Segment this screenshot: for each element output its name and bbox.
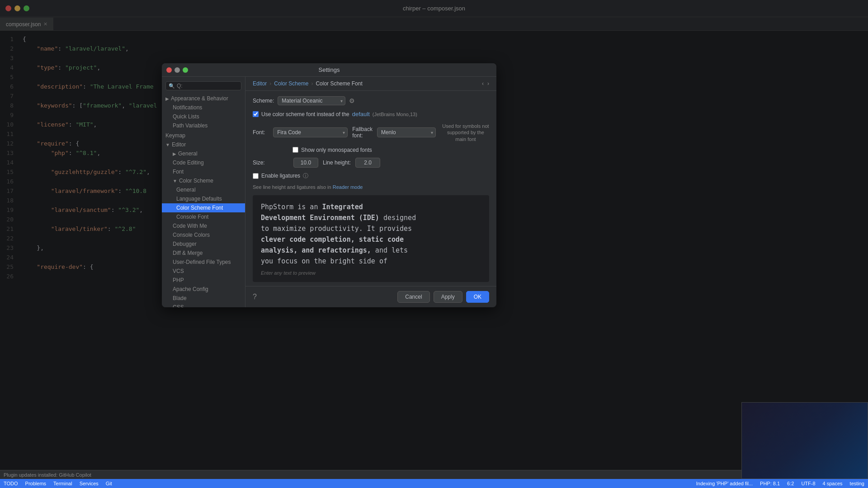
sidebar-item-user-defined-file-types[interactable]: User-Defined File Types	[162, 258, 245, 267]
sidebar-section-appearance: Appearance & Behavior Notifications Quic…	[162, 93, 245, 131]
sidebar-item-console-font[interactable]: Console Font	[162, 212, 245, 221]
status-terminal[interactable]: Terminal	[53, 481, 72, 486]
search-icon: 🔍	[169, 83, 175, 89]
preview-enter-hint[interactable]: Enter any text to preview	[261, 270, 481, 276]
dialog-footer: ? Cancel Apply OK	[245, 286, 496, 307]
sidebar-item-label: Color Scheme Font	[176, 205, 223, 211]
fallback-font-label: Fallback font:	[352, 126, 373, 139]
line-height-input[interactable]	[355, 158, 380, 168]
ligatures-label: Enable ligatures	[261, 173, 300, 179]
search-input[interactable]	[177, 83, 238, 89]
sidebar-item-color-scheme-font[interactable]: Color Scheme Font	[162, 203, 245, 212]
status-spaces[interactable]: 4 spaces	[823, 481, 843, 486]
scheme-select-wrap: Material Oceanic	[278, 96, 345, 105]
sidebar-item-label: Console Font	[176, 214, 208, 220]
default-link[interactable]: default	[352, 111, 370, 117]
preview-text: PhpStorm is an Integrated Development En…	[261, 202, 481, 267]
sidebar-item-debugger[interactable]: Debugger	[162, 239, 245, 249]
sidebar-item-label: Color Scheme	[179, 178, 213, 184]
sidebar-item-path-variables[interactable]: Path Variables	[162, 121, 245, 130]
ok-button[interactable]: OK	[466, 291, 489, 303]
sidebar-item-label: User-Defined File Types	[173, 259, 231, 265]
sidebar-item-label: CSS	[173, 304, 184, 307]
sidebar-item-keymap[interactable]: Keymap	[162, 131, 245, 140]
sidebar-item-label: Font	[173, 169, 184, 175]
dialog-body: 🔍 Appearance & Behavior Notifications Qu…	[162, 77, 496, 307]
sidebar-item-blade[interactable]: Blade	[162, 294, 245, 303]
preview-box: PhpStorm is an Integrated Development En…	[253, 195, 489, 282]
search-box[interactable]: 🔍	[165, 81, 241, 90]
reader-mode-link[interactable]: Reader mode	[333, 184, 363, 190]
status-branch[interactable]: testing	[850, 481, 864, 486]
breadcrumb-editor[interactable]: Editor	[253, 80, 267, 87]
nav-forward-icon[interactable]: ›	[487, 80, 489, 87]
settings-sidebar: 🔍 Appearance & Behavior Notifications Qu…	[162, 77, 245, 307]
monospaced-checkbox[interactable]	[292, 147, 298, 153]
gear-icon[interactable]: ⚙	[349, 97, 355, 104]
sidebar-item-php[interactable]: PHP	[162, 276, 245, 285]
monospaced-label: Show only monospaced fonts	[301, 147, 372, 153]
fallback-font-select[interactable]: Menlo	[377, 127, 436, 137]
bottom-notification: Plugin updates installed: GitHub Copilot	[0, 470, 741, 479]
sidebar-item-font[interactable]: Font	[162, 167, 245, 176]
dialog-close-button[interactable]	[166, 67, 172, 73]
fallback-hint: Used for symbols not supported by the ma…	[442, 123, 489, 142]
sidebar-item-label: Apache Config	[173, 286, 208, 292]
help-button[interactable]: ?	[253, 293, 257, 301]
breadcrumb-nav: ‹ ›	[482, 80, 489, 87]
chevron-down-icon	[173, 178, 177, 183]
status-encoding[interactable]: UTF-8	[801, 481, 815, 486]
sidebar-item-label: Notifications	[173, 104, 202, 111]
sidebar-item-label: Language Defaults	[176, 196, 222, 202]
help-ligatures-icon[interactable]: ⓘ	[303, 172, 308, 180]
status-line-col[interactable]: 6:2	[787, 481, 794, 486]
sidebar-item-cs-general[interactable]: General	[162, 185, 245, 194]
status-problems[interactable]: Problems	[25, 481, 46, 486]
sidebar-item-label: Debugger	[173, 241, 197, 247]
use-color-scheme-checkbox[interactable]	[253, 111, 259, 117]
sidebar-item-quick-lists[interactable]: Quick Lists	[162, 112, 245, 121]
use-color-scheme-checkbox-row: Use color scheme font instead of the def…	[253, 111, 489, 117]
breadcrumb-color-scheme[interactable]: Color Scheme	[274, 80, 308, 87]
sidebar-item-vcs[interactable]: VCS	[162, 267, 245, 276]
scheme-row: Scheme: Material Oceanic ⚙	[253, 96, 489, 105]
chevron-down-icon	[165, 142, 170, 147]
sidebar-item-language-defaults[interactable]: Language Defaults	[162, 194, 245, 203]
sidebar-item-label: Quick Lists	[173, 113, 199, 120]
sidebar-item-general[interactable]: General	[162, 149, 245, 158]
sidebar-item-code-editing[interactable]: Code Editing	[162, 158, 245, 167]
status-bar: TODO Problems Terminal Services Git Inde…	[0, 479, 868, 488]
sidebar-item-appearance[interactable]: Appearance & Behavior	[162, 94, 245, 103]
sidebar-item-label: VCS	[173, 268, 184, 274]
cancel-button[interactable]: Cancel	[397, 291, 429, 303]
status-git[interactable]: Git	[106, 481, 112, 486]
scheme-select[interactable]: Material Oceanic	[278, 96, 345, 105]
sidebar-item-label: General	[176, 187, 196, 193]
font-select[interactable]: Fira Code	[273, 127, 348, 137]
sidebar-item-notifications[interactable]: Notifications	[162, 103, 245, 112]
line-height-label: Line height:	[323, 160, 351, 166]
sidebar-item-console-colors[interactable]: Console Colors	[162, 230, 245, 239]
sidebar-item-diff-merge[interactable]: Diff & Merge	[162, 249, 245, 258]
status-php[interactable]: PHP: 8.1	[760, 481, 780, 486]
sidebar-item-label: Diff & Merge	[173, 250, 203, 256]
webcam-box	[741, 402, 868, 479]
sidebar-item-apache-config[interactable]: Apache Config	[162, 285, 245, 294]
dialog-title-bar: Settings	[162, 63, 496, 77]
status-services[interactable]: Services	[80, 481, 99, 486]
status-todo[interactable]: TODO	[4, 481, 18, 486]
sidebar-item-code-with-me[interactable]: Code With Me	[162, 221, 245, 230]
notification-text: Plugin updates installed: GitHub Copilot	[4, 472, 91, 478]
breadcrumb-sep1: ›	[269, 80, 271, 87]
dialog-title: Settings	[319, 66, 340, 73]
sidebar-item-label: Keymap	[165, 132, 185, 139]
size-input[interactable]	[293, 158, 318, 168]
ligatures-checkbox[interactable]	[253, 173, 259, 179]
nav-back-icon[interactable]: ‹	[482, 80, 484, 87]
content-main: Scheme: Material Oceanic ⚙ Use color sch…	[245, 91, 496, 286]
apply-button[interactable]: Apply	[434, 291, 462, 303]
sidebar-item-editor[interactable]: Editor	[162, 140, 245, 149]
sidebar-item-css[interactable]: CSS	[162, 303, 245, 307]
chevron-right-icon	[165, 96, 169, 101]
sidebar-item-color-scheme[interactable]: Color Scheme	[162, 176, 245, 185]
